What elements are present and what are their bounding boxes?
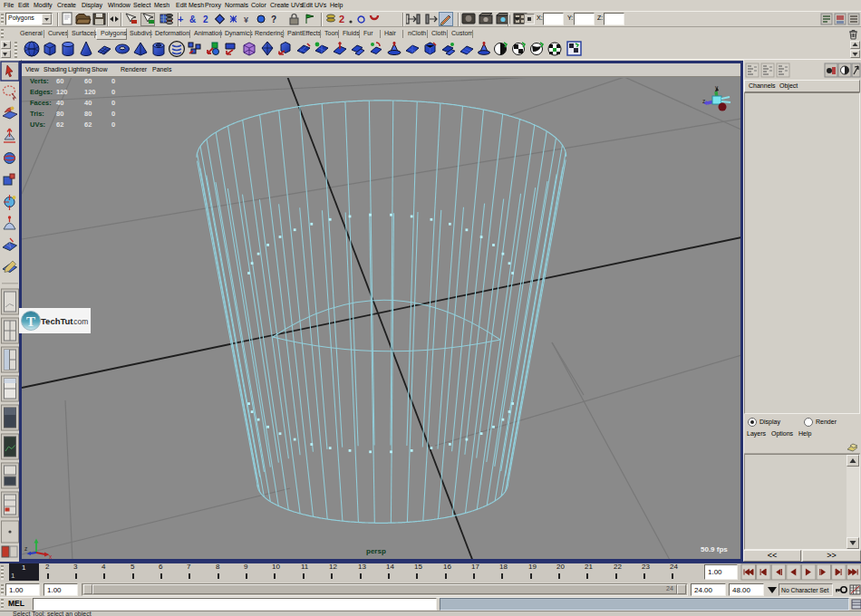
svg-text:¥: ¥	[244, 15, 248, 24]
svg-text:2: 2	[339, 14, 344, 24]
svg-text:.com: .com	[72, 317, 88, 326]
svg-text:T: T	[26, 314, 35, 329]
svg-text:&: &	[189, 14, 196, 24]
svg-text:z: z	[24, 545, 27, 552]
svg-text:TechTut: TechTut	[41, 316, 73, 326]
svg-text:?: ?	[271, 14, 276, 24]
svg-text:+: +	[178, 14, 183, 24]
svg-text:x: x	[49, 553, 53, 560]
svg-text:z: z	[702, 98, 705, 104]
svg-text:2: 2	[203, 14, 208, 24]
